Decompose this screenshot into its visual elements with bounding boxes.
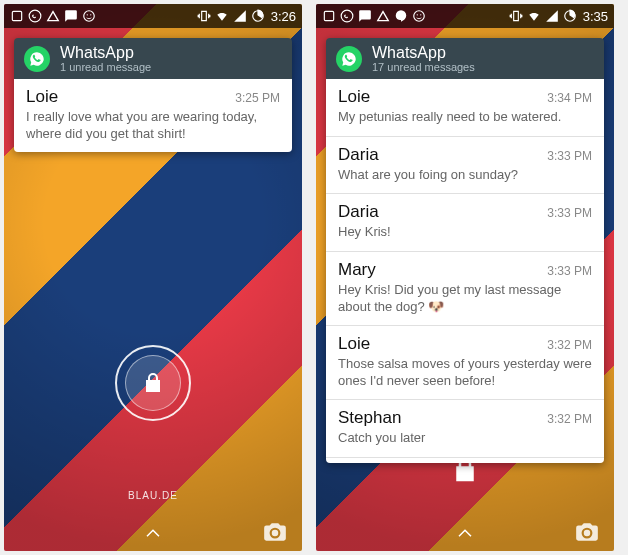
camera-shortcut[interactable] xyxy=(574,519,600,549)
status-icons-left xyxy=(10,9,96,23)
status-bar: 3:35 xyxy=(316,4,614,28)
svg-point-4 xyxy=(90,14,91,15)
svg-point-1 xyxy=(29,10,41,22)
chat-icon xyxy=(64,9,78,23)
whatsapp-status-icon xyxy=(28,9,42,23)
svg-point-7 xyxy=(341,10,353,22)
message-time: 3:25 PM xyxy=(235,91,280,105)
chevron-up-icon xyxy=(451,525,479,543)
warning-icon xyxy=(376,9,390,23)
message-item[interactable]: Stephan3:32 PMCatch you later xyxy=(326,400,604,458)
message-time: 3:33 PM xyxy=(547,206,592,220)
message-item[interactable]: Loie 3:25 PM I really love what you are … xyxy=(14,79,292,152)
status-icons-left xyxy=(322,9,426,23)
svg-point-10 xyxy=(420,14,421,15)
camera-shortcut[interactable] xyxy=(262,519,288,549)
signal-icon xyxy=(233,9,247,23)
bottom-row xyxy=(4,525,302,543)
whatsapp-status-icon xyxy=(340,9,354,23)
message-item[interactable]: Mary3:33 PMHey Kris! Did you get my last… xyxy=(326,252,604,326)
chevron-up-icon xyxy=(139,525,167,543)
face-icon xyxy=(412,9,426,23)
svg-point-2 xyxy=(84,11,95,22)
hangouts-icon xyxy=(394,9,408,23)
message-sender: Daria xyxy=(338,145,379,165)
message-item[interactable]: Stephan3:32 PMSo let me know what's up xyxy=(326,458,604,463)
notification-body: Loie 3:25 PM I really love what you are … xyxy=(14,79,292,152)
message-preview: Hey Kris! xyxy=(338,224,592,241)
camera-icon xyxy=(574,519,600,545)
wifi-icon xyxy=(215,9,229,23)
clock: 3:26 xyxy=(271,9,296,24)
notification-header: WhatsApp 17 unread messages xyxy=(326,38,604,79)
message-item[interactable]: Daria3:33 PMHey Kris! xyxy=(326,194,604,252)
notification-card[interactable]: WhatsApp 17 unread messages Loie3:34 PMM… xyxy=(326,38,604,463)
lock-icon xyxy=(141,371,165,395)
notification-header: WhatsApp 1 unread message xyxy=(14,38,292,79)
notification-app-name: WhatsApp xyxy=(372,44,475,62)
notification-body[interactable]: Loie3:34 PMMy petunias really need to be… xyxy=(326,79,604,463)
chat-icon xyxy=(358,9,372,23)
carrier-label: BLAU.DE xyxy=(128,490,178,501)
message-time: 3:32 PM xyxy=(547,338,592,352)
signal-icon xyxy=(545,9,559,23)
svg-point-9 xyxy=(417,14,418,15)
message-sender: Stephan xyxy=(338,408,401,428)
status-icons-right: 3:26 xyxy=(197,9,296,24)
screenshot-icon xyxy=(10,9,24,23)
message-preview: Catch you later xyxy=(338,430,592,447)
status-bar: 3:26 xyxy=(4,4,302,28)
message-time: 3:32 PM xyxy=(547,412,592,426)
battery-icon xyxy=(563,9,577,23)
message-item[interactable]: Loie3:32 PMThose salsa moves of yours ye… xyxy=(326,326,604,400)
nav-up-arrow[interactable] xyxy=(316,525,614,543)
message-sender: Loie xyxy=(338,87,370,107)
vibrate-icon xyxy=(509,9,523,23)
message-preview: My petunias really need to be watered. xyxy=(338,109,592,126)
bottom-row xyxy=(316,525,614,543)
battery-icon xyxy=(251,9,265,23)
message-preview: Hey Kris! Did you get my last message ab… xyxy=(338,282,592,315)
camera-icon xyxy=(262,519,288,545)
message-sender: Loie xyxy=(338,334,370,354)
phone-left: 3:26 WhatsApp 1 unread message Loie 3:25… xyxy=(4,4,302,551)
message-time: 3:34 PM xyxy=(547,91,592,105)
notification-card[interactable]: WhatsApp 1 unread message Loie 3:25 PM I… xyxy=(14,38,292,152)
message-preview: What are you foing on sunday? xyxy=(338,167,592,184)
notification-subtitle: 1 unread message xyxy=(60,61,151,73)
message-time: 3:33 PM xyxy=(547,264,592,278)
svg-rect-6 xyxy=(324,11,333,20)
message-preview: Those salsa moves of yours yesterday wer… xyxy=(338,356,592,389)
face-icon xyxy=(82,9,96,23)
svg-rect-0 xyxy=(12,11,21,20)
notification-app-name: WhatsApp xyxy=(60,44,151,62)
whatsapp-icon xyxy=(24,46,50,72)
clock: 3:35 xyxy=(583,9,608,24)
message-sender: Daria xyxy=(338,202,379,222)
message-preview: I really love what you are wearing today… xyxy=(26,109,280,142)
svg-point-8 xyxy=(414,11,425,22)
lock-ring[interactable] xyxy=(115,345,191,421)
vibrate-icon xyxy=(197,9,211,23)
warning-icon xyxy=(46,9,60,23)
wifi-icon xyxy=(527,9,541,23)
status-icons-right: 3:35 xyxy=(509,9,608,24)
message-sender: Loie xyxy=(26,87,58,107)
nav-up-arrow[interactable] xyxy=(4,525,302,543)
message-item[interactable]: Daria3:33 PMWhat are you foing on sunday… xyxy=(326,137,604,195)
message-item[interactable]: Loie3:34 PMMy petunias really need to be… xyxy=(326,79,604,137)
whatsapp-icon xyxy=(336,46,362,72)
svg-point-3 xyxy=(87,14,88,15)
phone-right: 3:35 WhatsApp 17 unread messages Loie3:3… xyxy=(316,4,614,551)
screenshot-icon xyxy=(322,9,336,23)
notification-subtitle: 17 unread messages xyxy=(372,61,475,73)
message-time: 3:33 PM xyxy=(547,149,592,163)
message-sender: Mary xyxy=(338,260,376,280)
